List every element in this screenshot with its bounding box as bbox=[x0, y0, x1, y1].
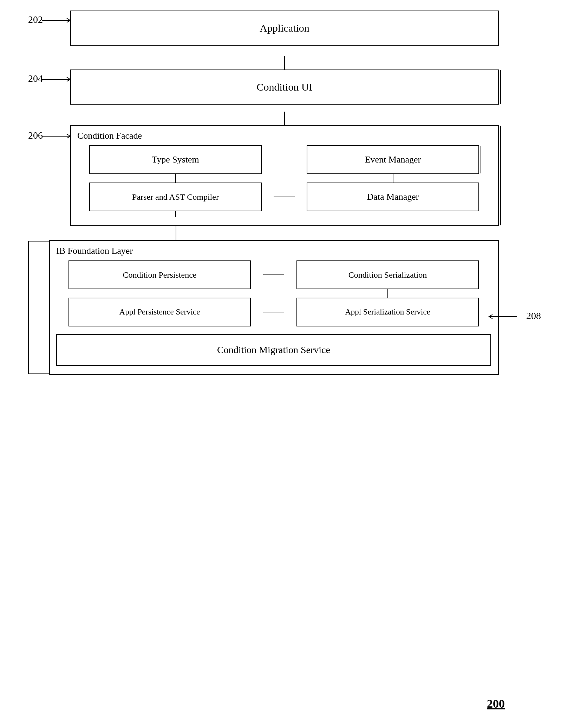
type-system-box: Type System bbox=[89, 145, 262, 174]
application-label: Application bbox=[260, 22, 309, 34]
condition-persistence-label: Condition Persistence bbox=[123, 270, 197, 280]
data-manager-box: Data Manager bbox=[307, 183, 479, 211]
appl-persistence-box: Appl Persistence Service bbox=[68, 298, 250, 326]
condition-serialization-box: Condition Serialization bbox=[296, 260, 478, 289]
condition-ui-box: Condition UI bbox=[70, 70, 499, 105]
migration-service-label: Condition Migration Service bbox=[217, 344, 330, 356]
condition-facade-box: Condition Facade Type System Event Manag… bbox=[70, 125, 499, 226]
ref-label-204: 204 bbox=[28, 73, 43, 84]
condition-persistence-box: Condition Persistence bbox=[68, 260, 250, 289]
parser-ast-label: Parser and AST Compiler bbox=[132, 192, 219, 202]
ref-label-208: 208 bbox=[526, 310, 541, 322]
type-system-label: Type System bbox=[152, 154, 199, 165]
ib-foundation-label: IB Foundation Layer bbox=[56, 246, 491, 256]
facade-label: Condition Facade bbox=[77, 131, 491, 141]
event-manager-box: Event Manager bbox=[307, 145, 479, 174]
appl-persistence-label: Appl Persistence Service bbox=[119, 307, 200, 317]
ib-foundation-box: IB Foundation Layer Condition Persistenc… bbox=[49, 240, 499, 375]
appl-serialization-label: Appl Serialization Service bbox=[345, 307, 430, 317]
ref-label-202: 202 bbox=[28, 14, 43, 25]
parser-ast-box: Parser and AST Compiler bbox=[89, 183, 262, 211]
appl-serialization-box: Appl Serialization Service bbox=[296, 298, 478, 326]
ref-label-206: 206 bbox=[28, 130, 43, 141]
event-manager-label: Event Manager bbox=[365, 154, 421, 165]
condition-migration-box: Condition Migration Service bbox=[56, 334, 491, 366]
condition-serialization-label: Condition Serialization bbox=[348, 270, 427, 280]
data-manager-label: Data Manager bbox=[367, 192, 419, 202]
condition-ui-label: Condition UI bbox=[256, 81, 312, 93]
figure-label: 200 bbox=[487, 697, 505, 710]
application-box: Application bbox=[70, 11, 499, 46]
